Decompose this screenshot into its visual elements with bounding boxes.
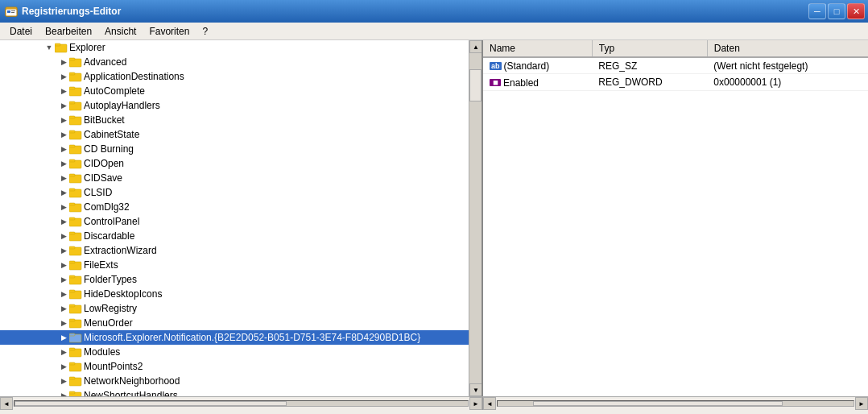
expand-icon-19: ▶ — [58, 332, 69, 343]
svg-rect-40 — [69, 290, 75, 292]
table-header-row: Name Typ Daten — [483, 40, 868, 57]
cell-name-0: ab (Standard) — [483, 57, 592, 74]
cell-type-0: REG_SZ — [592, 57, 707, 74]
tree-item-explorer[interactable]: ▼ Explorer — [0, 40, 469, 55]
col-data[interactable]: Daten — [707, 40, 868, 57]
col-type[interactable]: Typ — [592, 40, 707, 57]
maximize-button[interactable]: □ — [828, 3, 845, 19]
table-row-1[interactable]: ◼ Enabled REG_DWORD 0x00000001 (1) — [483, 74, 868, 91]
vscroll-up[interactable]: ▲ — [469, 40, 482, 53]
tree-item-18[interactable]: ▶ MenuOrder — [0, 316, 469, 330]
close-button[interactable]: ✕ — [847, 3, 865, 19]
tree-item-12[interactable]: ▶ Discardable — [0, 229, 469, 243]
expand-icon-16: ▶ — [58, 288, 69, 300]
main-container: ▼ Explorer ▶ Advanced▶ ApplicationDestin… — [0, 40, 868, 396]
tree-item-2[interactable]: ▶ AutoComplete — [0, 84, 469, 98]
right-hscroll[interactable]: ◄ ► — [483, 397, 868, 410]
folder-icon-0 — [69, 56, 82, 68]
tree-label-4: BitBucket — [84, 114, 125, 126]
tree-item-0[interactable]: ▶ Advanced — [0, 55, 469, 69]
minimize-button[interactable]: ─ — [808, 3, 826, 19]
folder-icon — [55, 42, 68, 53]
expand-icon-20: ▶ — [58, 346, 69, 358]
expand-icon-18: ▶ — [58, 317, 69, 329]
tree-label-3: AutoplayHandlers — [84, 100, 160, 111]
title-bar-buttons: ─ □ ✕ — [808, 3, 865, 19]
menu-ansicht[interactable]: Ansicht — [98, 24, 143, 39]
tree-item-23[interactable]: ▶ NewShortcutHandlers — [0, 388, 469, 396]
hscroll-left-thumb[interactable] — [14, 401, 287, 406]
hscroll-right-btn[interactable]: ► — [469, 397, 482, 410]
tree-item-7[interactable]: ▶ CIDOpen — [0, 156, 469, 171]
tree-item-9[interactable]: ▶ CLSID — [0, 185, 469, 200]
svg-rect-38 — [69, 275, 75, 278]
expand-icon: ▼ — [43, 42, 55, 53]
tree-item-6[interactable]: ▶ CD Burning — [0, 142, 469, 156]
tree-label-0: Advanced — [84, 56, 126, 68]
expand-icon-0: ▶ — [58, 56, 69, 68]
hscroll-right-right-btn[interactable]: ► — [855, 397, 868, 410]
tree-item-1[interactable]: ▶ ApplicationDestinations — [0, 69, 469, 84]
folder-icon-22 — [69, 375, 82, 387]
menu-help[interactable]: ? — [196, 24, 214, 39]
tree-hscroll[interactable]: ◄ ► — [0, 397, 483, 410]
tree-label-21: MountPoints2 — [84, 361, 143, 372]
svg-rect-50 — [69, 362, 75, 365]
hscroll-left-btn[interactable]: ◄ — [0, 397, 13, 410]
tree-item-8[interactable]: ▶ CIDSave — [0, 171, 469, 185]
menu-bearbeiten[interactable]: Bearbeiten — [39, 24, 98, 39]
type-icon-0: ab (Standard) — [490, 60, 549, 72]
col-name[interactable]: Name — [483, 40, 592, 57]
tree-item-10[interactable]: ▶ ComDlg32 — [0, 200, 469, 214]
tree-label-20: Modules — [84, 346, 120, 358]
folder-icon-4 — [69, 114, 82, 126]
tree-item-13[interactable]: ▶ ExtractionWizard — [0, 243, 469, 258]
folder-icon-17 — [69, 303, 82, 314]
icon-ab: ab — [490, 62, 502, 70]
tree-item-19[interactable]: ▶ Microsoft.Explorer.Notification.{B2E2D… — [0, 330, 469, 345]
tree-item-22[interactable]: ▶ NetworkNeighborhood — [0, 374, 469, 388]
menu-datei[interactable]: Datei — [3, 24, 39, 39]
folder-icon-16 — [69, 288, 82, 300]
hscroll-right-left-btn[interactable]: ◄ — [483, 397, 496, 410]
vscroll-down[interactable]: ▼ — [469, 383, 482, 396]
expand-icon-7: ▶ — [58, 158, 69, 169]
right-pane: Name Typ Daten ab (Standard) REG_SZ (Wer… — [483, 40, 868, 396]
tree-item-21[interactable]: ▶ MountPoints2 — [0, 359, 469, 374]
svg-rect-4 — [11, 12, 14, 13]
vscroll-thumb[interactable] — [469, 69, 482, 101]
hscroll-right-track[interactable] — [497, 400, 854, 407]
svg-rect-14 — [69, 101, 75, 104]
tree-item-20[interactable]: ▶ Modules — [0, 345, 469, 359]
expand-icon-21: ▶ — [58, 361, 69, 372]
expand-icon-6: ▶ — [58, 143, 69, 155]
tree-item-17[interactable]: ▶ LowRegistry — [0, 301, 469, 316]
tree-item-16[interactable]: ▶ HideDesktopIcons — [0, 287, 469, 301]
tree-label-10: ComDlg32 — [84, 201, 130, 213]
bottom-scrollbar-area: ◄ ► ◄ ► — [0, 396, 868, 409]
menu-favoriten[interactable]: Favoriten — [143, 24, 196, 39]
expand-icon-17: ▶ — [58, 303, 69, 314]
folder-icon-19 — [69, 332, 82, 343]
tree-item-4[interactable]: ▶ BitBucket — [0, 113, 469, 127]
folder-icon-13 — [69, 245, 82, 256]
svg-rect-52 — [69, 377, 75, 379]
svg-rect-10 — [69, 72, 75, 75]
tree-item-3[interactable]: ▶ AutoplayHandlers — [0, 98, 469, 113]
vscroll-track[interactable] — [469, 53, 482, 383]
hscroll-left-track[interactable] — [14, 400, 469, 407]
tree-item-5[interactable]: ▶ CabinetState — [0, 127, 469, 142]
hscroll-right-thumb[interactable] — [533, 401, 782, 406]
tree-item-14[interactable]: ▶ FileExts — [0, 258, 469, 272]
svg-rect-16 — [69, 116, 75, 118]
tree-vscrollbar[interactable]: ▲ ▼ — [469, 40, 482, 396]
cell-type-1: REG_DWORD — [592, 74, 707, 91]
tree-item-15[interactable]: ▶ FolderTypes — [0, 272, 469, 287]
tree-item-11[interactable]: ▶ ControlPanel — [0, 214, 469, 229]
tree-label-explorer: Explorer — [69, 42, 105, 53]
table-row-0[interactable]: ab (Standard) REG_SZ (Wert nicht festgel… — [483, 57, 868, 74]
tree-label-1: ApplicationDestinations — [84, 71, 184, 82]
folder-icon-3 — [69, 100, 82, 111]
type-icon-1: ◼ Enabled — [490, 77, 539, 89]
svg-rect-34 — [69, 246, 75, 249]
